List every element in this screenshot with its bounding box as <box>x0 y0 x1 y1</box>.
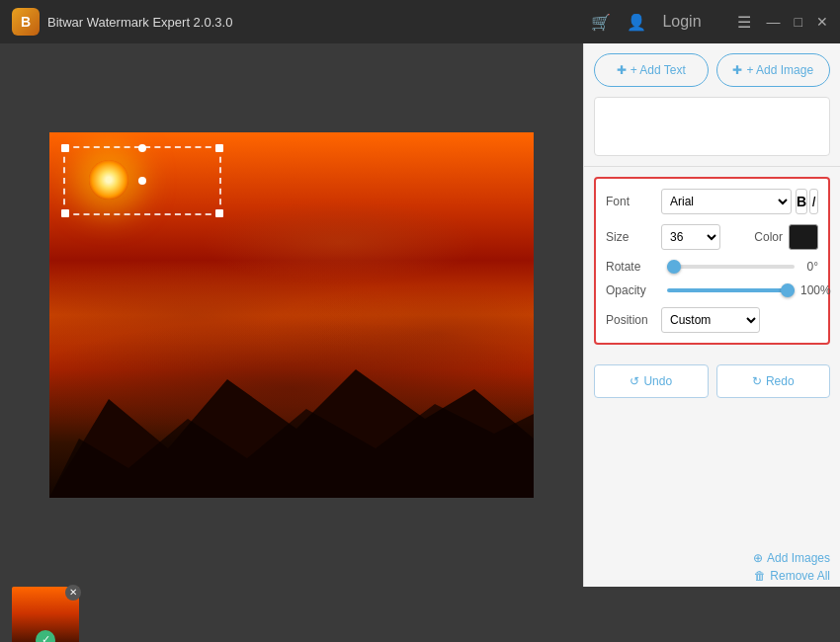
text-preview[interactable] <box>594 97 830 156</box>
login-button[interactable]: Login <box>662 13 701 31</box>
add-images-button[interactable]: ⊕ Add Images <box>753 551 830 565</box>
thumbnail-item[interactable]: ✕ ✓ <box>12 587 79 643</box>
rotate-value: 0° <box>800 260 818 274</box>
main-image <box>49 132 534 498</box>
close-button[interactable]: ✕ <box>816 14 828 30</box>
plus-text-icon: ✚ <box>617 63 627 77</box>
add-image-button[interactable]: ✚ + Add Image <box>716 53 831 87</box>
mountains-decoration <box>49 340 534 498</box>
color-swatch[interactable] <box>789 224 818 250</box>
main-content: ✚ + Add Text ✚ + Add Image Font Arial Ti… <box>0 43 840 587</box>
opacity-slider[interactable] <box>667 288 795 292</box>
title-bar: B Bitwar Watermark Expert 2.0.3.0 🛒 👤 Lo… <box>0 0 840 43</box>
title-icons: 🛒 👤 Login ☰ <box>591 13 750 32</box>
thumbnail-close[interactable]: ✕ <box>65 585 81 601</box>
size-color-row: Size 36 24 48 72 Color <box>606 224 818 250</box>
undo-redo-bar: ↺ Undo ↻ Redo <box>584 355 840 408</box>
user-icon: 👤 <box>627 13 646 32</box>
redo-button[interactable]: ↻ Redo <box>716 364 831 398</box>
position-label: Position <box>606 313 661 327</box>
add-images-icon: ⊕ <box>753 551 763 565</box>
image-actions: ⊕ Add Images 🗑 Remove All <box>584 543 840 587</box>
app-logo: B <box>12 8 40 36</box>
add-buttons: ✚ + Add Text ✚ + Add Image <box>594 53 830 87</box>
remove-all-button[interactable]: 🗑 Remove All <box>754 569 830 583</box>
maximize-button[interactable]: □ <box>795 14 802 30</box>
image-container[interactable] <box>49 132 534 498</box>
properties-panel: Font Arial Times New Roman Helvetica B I… <box>594 177 830 345</box>
right-panel: ✚ + Add Text ✚ + Add Image Font Arial Ti… <box>583 43 840 587</box>
app-title: Bitwar Watermark Expert 2.0.3.0 <box>47 15 591 30</box>
menu-icon[interactable]: ☰ <box>737 13 751 32</box>
font-select[interactable]: Arial Times New Roman Helvetica <box>661 189 792 214</box>
minimize-button[interactable]: — <box>767 14 781 30</box>
redo-icon: ↻ <box>752 374 762 388</box>
position-row: Position Custom Top Left Top Right Cente… <box>606 307 818 333</box>
trash-icon: 🗑 <box>754 569 766 583</box>
filmstrip: ✕ ✓ 8F090BFF27639... <box>0 587 840 642</box>
bold-button[interactable]: B <box>796 189 807 214</box>
font-label: Font <box>606 195 661 208</box>
right-top: ✚ + Add Text ✚ + Add Image <box>584 43 840 167</box>
color-label: Color <box>754 230 783 244</box>
canvas-panel <box>0 43 583 587</box>
thumb-wrapper: ✕ ✓ 8F090BFF27639... <box>12 587 79 643</box>
undo-icon: ↺ <box>630 374 639 388</box>
opacity-row: Opacity 100% <box>606 283 818 297</box>
rotate-row: Rotate 0° <box>606 260 818 274</box>
thumbnail-check: ✓ <box>36 630 55 643</box>
rotate-label: Rotate <box>606 260 661 274</box>
italic-button[interactable]: I <box>809 189 818 214</box>
plus-image-icon: ✚ <box>732 63 742 77</box>
cart-icon[interactable]: 🛒 <box>591 13 611 32</box>
opacity-value: 100% <box>800 283 831 297</box>
window-controls: — □ ✕ <box>767 14 828 30</box>
size-label: Size <box>606 230 661 244</box>
size-select[interactable]: 36 24 48 72 <box>661 224 720 250</box>
font-row: Font Arial Times New Roman Helvetica B I <box>606 189 818 214</box>
rotate-slider[interactable] <box>667 265 795 269</box>
opacity-label: Opacity <box>606 283 661 297</box>
position-select[interactable]: Custom Top Left Top Right Center Bottom … <box>661 307 760 333</box>
add-text-button[interactable]: ✚ + Add Text <box>594 53 709 87</box>
undo-button[interactable]: ↺ Undo <box>594 364 709 398</box>
